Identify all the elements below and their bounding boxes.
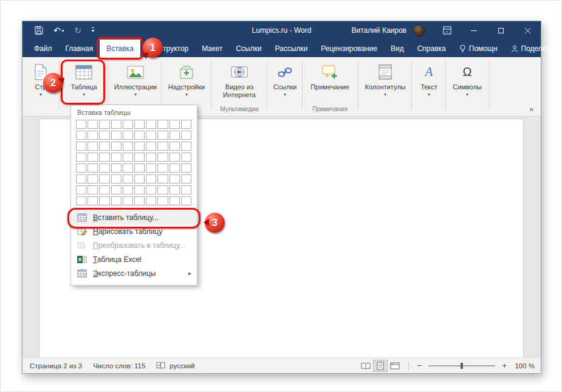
web-layout-button[interactable] xyxy=(388,360,402,372)
table-size-cell[interactable] xyxy=(87,163,98,173)
table-size-cell[interactable] xyxy=(157,142,168,151)
table-size-cell[interactable] xyxy=(146,131,156,140)
table-size-cell[interactable] xyxy=(123,196,133,205)
table-size-cell[interactable] xyxy=(134,120,145,129)
table-size-cell[interactable] xyxy=(157,153,168,162)
table-size-cell[interactable] xyxy=(99,174,109,184)
table-size-cell[interactable] xyxy=(157,196,168,205)
table-size-cell[interactable] xyxy=(134,196,145,205)
table-size-cell[interactable] xyxy=(87,142,98,151)
table-size-cell[interactable] xyxy=(76,142,86,151)
table-size-cell[interactable] xyxy=(157,185,168,194)
table-size-cell[interactable] xyxy=(111,185,122,194)
tab-help[interactable]: Справка xyxy=(411,40,453,57)
addins-button[interactable]: Надстройки ▾ xyxy=(163,58,210,97)
repeat-button[interactable]: ↻ xyxy=(74,26,81,35)
word-count[interactable]: Число слов: 115 xyxy=(93,362,145,370)
table-size-cell[interactable] xyxy=(146,174,156,184)
table-size-cell[interactable] xyxy=(76,185,86,194)
proofing-icon[interactable] xyxy=(156,362,165,370)
table-size-cell[interactable] xyxy=(157,120,168,129)
links-button[interactable]: Ссылки ▾ xyxy=(269,58,301,97)
table-size-cell[interactable] xyxy=(170,142,180,151)
language-indicator[interactable]: русский xyxy=(170,362,194,370)
table-size-cell[interactable] xyxy=(146,153,156,162)
table-size-cell[interactable] xyxy=(87,196,98,205)
tell-me-assistant[interactable]: Помощн xyxy=(453,40,504,57)
menu-item-excel-table[interactable]: Таблица Excel xyxy=(72,252,196,266)
table-size-cell[interactable] xyxy=(99,185,109,194)
table-size-cell[interactable] xyxy=(146,120,156,129)
table-size-cell[interactable] xyxy=(123,142,133,151)
table-size-cell[interactable] xyxy=(99,153,109,162)
table-size-cell[interactable] xyxy=(111,131,122,140)
table-size-cell[interactable] xyxy=(134,153,145,162)
table-size-cell[interactable] xyxy=(123,185,133,194)
table-size-cell[interactable] xyxy=(146,185,156,194)
table-size-cell[interactable] xyxy=(181,142,191,151)
table-size-cell[interactable] xyxy=(181,120,191,129)
table-size-cell[interactable] xyxy=(170,174,180,184)
table-size-cell[interactable] xyxy=(146,142,156,151)
table-size-cell[interactable] xyxy=(111,153,122,162)
table-size-cell[interactable] xyxy=(76,120,86,129)
tab-file[interactable]: Файл xyxy=(27,40,59,57)
tab-home[interactable]: Главная xyxy=(59,40,100,57)
avatar[interactable] xyxy=(413,24,425,37)
tab-insert[interactable]: Вставка 1 xyxy=(100,40,140,57)
table-size-cell[interactable] xyxy=(170,196,180,205)
table-size-cell[interactable] xyxy=(111,163,122,173)
table-size-cell[interactable] xyxy=(181,131,191,140)
close-button[interactable] xyxy=(514,21,541,40)
table-size-cell[interactable] xyxy=(134,163,145,173)
menu-item-quick-tables[interactable]: Экспресс-таблицы ▸ xyxy=(72,266,196,280)
zoom-level[interactable]: 100 % xyxy=(515,362,535,370)
table-size-cell[interactable] xyxy=(76,196,86,205)
table-size-cell[interactable] xyxy=(99,163,109,173)
table-size-cell[interactable] xyxy=(146,163,156,173)
table-size-cell[interactable] xyxy=(87,120,98,129)
table-size-cell[interactable] xyxy=(134,174,145,184)
undo-button[interactable]: ↶▾ xyxy=(53,26,64,35)
table-size-cell[interactable] xyxy=(146,196,156,205)
comment-button[interactable]: Примечание xyxy=(304,58,355,91)
table-size-cell[interactable] xyxy=(87,131,98,140)
table-size-cell[interactable] xyxy=(111,174,122,184)
table-size-cell[interactable] xyxy=(123,174,133,184)
share-button[interactable]: Поделиться xyxy=(504,40,562,57)
table-size-cell[interactable] xyxy=(99,196,109,205)
menu-item-draw-table[interactable]: Нарисовать таблицу xyxy=(72,224,196,238)
header-footer-button[interactable]: Колонтитулы ▾ xyxy=(360,58,410,97)
table-size-cell[interactable] xyxy=(87,174,98,184)
table-size-cell[interactable] xyxy=(170,131,180,140)
zoom-out-button[interactable]: − xyxy=(415,361,423,370)
table-size-cell[interactable] xyxy=(181,185,191,194)
tab-review[interactable]: Рецензирование xyxy=(314,40,384,57)
table-size-cell[interactable] xyxy=(76,131,86,140)
table-size-cell[interactable] xyxy=(157,174,168,184)
table-size-cell[interactable] xyxy=(157,163,168,173)
table-size-cell[interactable] xyxy=(123,131,133,140)
collapse-ribbon-button[interactable]: ^ xyxy=(530,107,533,114)
table-size-cell[interactable] xyxy=(181,196,191,205)
zoom-slider-thumb[interactable] xyxy=(461,363,463,369)
tab-mailings[interactable]: Рассылки xyxy=(268,40,314,57)
table-size-cell[interactable] xyxy=(111,120,122,129)
minimize-button[interactable] xyxy=(461,21,487,40)
table-size-cell[interactable] xyxy=(181,174,191,184)
print-layout-button[interactable] xyxy=(373,360,388,372)
text-button[interactable]: А Текст ▾ xyxy=(414,58,444,97)
tab-view[interactable]: Вид xyxy=(384,40,411,57)
table-size-cell[interactable] xyxy=(111,196,122,205)
table-size-cell[interactable] xyxy=(134,142,145,151)
table-size-cell[interactable] xyxy=(157,131,168,140)
menu-item-insert-table[interactable]: Вставить таблицу... 3 xyxy=(72,210,196,224)
zoom-slider[interactable] xyxy=(428,362,495,370)
tab-references[interactable]: Ссылки xyxy=(229,40,268,57)
table-size-cell[interactable] xyxy=(123,120,133,129)
table-size-cell[interactable] xyxy=(170,163,180,173)
table-size-cell[interactable] xyxy=(170,185,180,194)
ribbon-display-options-button[interactable] xyxy=(434,21,461,40)
table-size-cell[interactable] xyxy=(170,153,180,162)
table-size-cell[interactable] xyxy=(76,174,86,184)
